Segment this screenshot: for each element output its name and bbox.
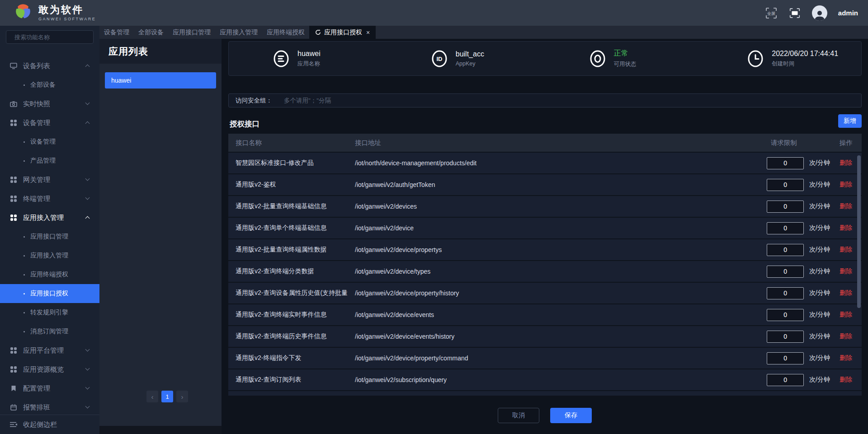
rate-limit-input[interactable] [767, 331, 804, 343]
rate-limit-input[interactable] [767, 179, 804, 191]
refresh-icon[interactable] [315, 29, 321, 35]
list-icon [272, 49, 291, 68]
delete-link[interactable]: 删除 [840, 267, 852, 275]
tab-app-access-mgmt[interactable]: 应用接入管理 [215, 26, 262, 39]
rate-limit-input[interactable] [767, 309, 804, 321]
sidebar-item-app-access-mgmt-sub[interactable]: 应用接入管理 [0, 246, 99, 265]
rate-limit-cell: 次/分钟 [694, 222, 830, 234]
rate-limit-input[interactable] [767, 201, 804, 213]
rate-unit-label: 次/分钟 [809, 159, 830, 167]
sidebar-search[interactable] [6, 30, 94, 44]
table-row: 通用版v2-查询终端分类数据 /iot/ganwei/v2/device/typ… [228, 261, 862, 282]
table-row: 通用版v2-批量查询终端属性数据 /iot/ganwei/v2/device/p… [228, 239, 862, 260]
grid-icon [10, 120, 17, 126]
rate-limit-input[interactable] [767, 244, 804, 256]
delete-link[interactable]: 删除 [840, 202, 852, 210]
rate-limit-input[interactable] [767, 287, 804, 299]
svg-text:全屏: 全屏 [767, 11, 775, 15]
sidebar-item-message-subscription[interactable]: 消息订阅管理 [0, 322, 99, 341]
rate-limit-input[interactable] [767, 157, 804, 169]
close-icon[interactable]: × [366, 29, 370, 36]
rate-limit-cell: 次/分钟 [694, 374, 830, 386]
api-url-cell: /iot/ganwei/v2/device/events/history [355, 333, 694, 340]
rate-unit-label: 次/分钟 [809, 354, 830, 362]
sidebar-item-gateway-mgmt[interactable]: 网关管理 [0, 170, 99, 189]
delete-link[interactable]: 删除 [840, 311, 852, 319]
sidebar-item-app-resource-overview[interactable]: 应用资源概览 [0, 360, 99, 379]
calendar-icon [10, 404, 17, 411]
brand-title: 敢为软件 [38, 5, 96, 15]
delete-link[interactable]: 删除 [840, 332, 852, 341]
sidebar-collapse-button[interactable]: 收起侧边栏 [0, 415, 99, 434]
sidebar-item-app-platform-mgmt[interactable]: 应用平台管理 [0, 341, 99, 360]
sidebar-item-device-list[interactable]: 设备列表 [0, 56, 99, 75]
chevron-down-icon [85, 177, 90, 181]
delete-link[interactable]: 删除 [840, 246, 852, 254]
security-group-input[interactable] [284, 97, 854, 104]
cancel-button[interactable]: 取消 [498, 408, 539, 423]
sidebar-item-label: 应用资源概览 [23, 365, 64, 374]
prev-page-button[interactable]: ‹ [146, 391, 158, 402]
username-label[interactable]: admin [838, 9, 858, 17]
search-input[interactable] [14, 34, 94, 41]
next-page-button[interactable]: › [176, 391, 188, 402]
actions-cell: 删除 [830, 354, 862, 362]
tab-app-terminal-auth[interactable]: 应用终端授权 [262, 26, 309, 39]
app-list-item-huawei[interactable]: huawei [105, 72, 216, 89]
add-button[interactable]: 新增 [838, 114, 862, 128]
sidebar-item-device-mgmt[interactable]: 设备管理 [0, 113, 99, 132]
tab-app-api-auth-active[interactable]: 应用接口授权 × [309, 26, 376, 39]
delete-link[interactable]: 删除 [840, 354, 852, 362]
rate-unit-label: 次/分钟 [809, 267, 830, 275]
projection-icon[interactable] [788, 7, 801, 19]
delete-link[interactable]: 删除 [840, 224, 852, 232]
security-group-field[interactable]: 访问安全组： [228, 93, 862, 107]
user-avatar-icon[interactable] [812, 5, 827, 21]
rate-limit-input[interactable] [767, 374, 804, 386]
actions-cell: 删除 [830, 376, 862, 384]
top-header: 敢为软件 GANWEI SOFTWARE 全屏 admin [0, 0, 868, 26]
sidebar-item-forward-rule-engine[interactable]: 转发规则引擎 [0, 303, 99, 322]
chevron-down-icon [85, 385, 90, 390]
sidebar-item-app-terminal-auth[interactable]: 应用终端授权 [0, 265, 99, 284]
app-list-title: 应用列表 [108, 45, 222, 58]
pagination: ‹ 1 › [146, 391, 188, 402]
rate-limit-input[interactable] [767, 222, 804, 234]
tab-app-api-mgmt[interactable]: 应用接口管理 [168, 26, 215, 39]
grid-icon [10, 177, 17, 183]
table-row: 智慧园区标准接口-修改产品 /iot/north/device-manageme… [228, 153, 862, 173]
save-button[interactable]: 保存 [550, 408, 592, 423]
collapse-sidebar-icon [10, 422, 17, 427]
delete-link[interactable]: 删除 [840, 159, 852, 167]
sidebar-item-product-mgmt[interactable]: 产品管理 [0, 151, 99, 170]
col-api-name: 接口名称 [228, 139, 355, 147]
sidebar-item-alarm-schedule[interactable]: 报警排班 [0, 398, 99, 417]
sidebar-item-label: 应用接口授权 [30, 289, 68, 298]
sidebar-item-app-api-auth[interactable]: 应用接口授权 [0, 284, 99, 303]
sidebar-item-terminal-mgmt[interactable]: 终端管理 [0, 189, 99, 208]
api-name-cell: 通用版v2-查询订阅列表 [228, 376, 355, 384]
rate-limit-input[interactable] [767, 266, 804, 278]
monitor-icon [10, 63, 17, 69]
sidebar-item-all-devices[interactable]: 全部设备 [0, 75, 99, 94]
rate-unit-label: 次/分钟 [809, 332, 830, 341]
sidebar-item-app-access-mgmt[interactable]: 应用接入管理 [0, 208, 99, 227]
fullscreen-icon[interactable]: 全屏 [765, 7, 778, 19]
delete-link[interactable]: 删除 [840, 289, 852, 297]
rate-limit-input[interactable] [767, 352, 804, 364]
vertical-scrollbar[interactable] [857, 155, 861, 308]
sidebar-item-realtime-snapshot[interactable]: 实时快照 [0, 94, 99, 113]
current-page-button[interactable]: 1 [161, 391, 173, 402]
tab-device-mgmt[interactable]: 设备管理 [99, 26, 134, 39]
api-name-cell: 通用版v2-查询单个终端基础信息 [228, 224, 355, 232]
sidebar-item-app-api-mgmt[interactable]: 应用接口管理 [0, 227, 99, 246]
sidebar-item-label: 全部设备 [30, 81, 56, 89]
delete-link[interactable]: 删除 [840, 181, 852, 189]
bullet-icon [24, 312, 25, 313]
rate-limit-cell: 次/分钟 [694, 287, 830, 299]
delete-link[interactable]: 删除 [840, 376, 852, 384]
tab-all-devices[interactable]: 全部设备 [134, 26, 168, 39]
api-name-cell: 通用版v2-终端指令下发 [228, 354, 355, 362]
sidebar-item-device-mgmt-sub[interactable]: 设备管理 [0, 132, 99, 151]
sidebar-item-config-mgmt[interactable]: 配置管理 [0, 379, 99, 398]
